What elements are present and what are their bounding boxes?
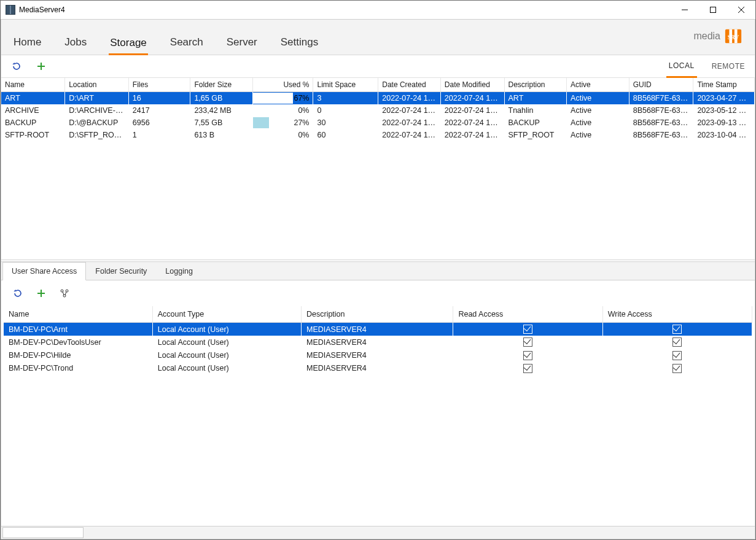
minimize-button[interactable]	[671, 1, 699, 19]
storage-col-header[interactable]: Folder Size	[190, 78, 253, 92]
brand-icon: SRV	[724, 27, 742, 45]
nav-jobs[interactable]: Jobs	[63, 33, 88, 55]
checkbox-icon[interactable]	[523, 351, 532, 360]
brand-prefix: media	[693, 31, 720, 42]
storage-toolbar: LOCAL REMOTE	[1, 55, 755, 78]
storage-col-header[interactable]: Location	[65, 78, 129, 92]
nodes-icon	[60, 288, 69, 298]
storage-col-header[interactable]: GUID	[629, 78, 693, 92]
user-row[interactable]: BM-DEV-PC\DevToolsUserLocal Account (Use…	[4, 336, 752, 349]
user-col-header[interactable]: Read Access	[453, 306, 602, 323]
user-col-header[interactable]: Account Type	[152, 306, 301, 323]
user-edit-button[interactable]	[57, 285, 72, 301]
maximize-button[interactable]	[699, 1, 727, 19]
storage-col-header[interactable]: Files	[128, 78, 190, 92]
nav-storage[interactable]: Storage	[109, 33, 148, 55]
storage-col-header[interactable]: Active	[567, 78, 629, 92]
user-grid[interactable]: NameAccount TypeDescriptionRead AccessWr…	[1, 306, 755, 526]
user-col-header[interactable]: Name	[4, 306, 152, 323]
storage-col-header[interactable]: Used %	[253, 78, 313, 92]
storage-grid[interactable]: NameLocationFilesFolder SizeUsed %Limit …	[1, 78, 755, 260]
refresh-icon	[12, 61, 21, 71]
nav-settings[interactable]: Settings	[279, 33, 319, 55]
app-window: MediaServer4 Home Jobs Storage Search Se…	[0, 0, 756, 540]
subtab-local[interactable]: LOCAL	[666, 55, 697, 78]
storage-col-header[interactable]: Date Created	[378, 78, 441, 92]
user-row[interactable]: BM-DEV-PC\ArntLocal Account (User)MEDIAS…	[4, 323, 752, 336]
checkbox-icon[interactable]	[523, 338, 532, 347]
brand-logo: media SRV	[693, 27, 742, 45]
tab-user-share-access[interactable]: User Share Access	[2, 262, 86, 280]
storage-row[interactable]: BACKUPD:\@BACKUP69567,55 GB27%302022-07-…	[1, 117, 755, 129]
svg-text:SRV: SRV	[728, 34, 739, 40]
nav-home[interactable]: Home	[12, 33, 42, 55]
user-add-button[interactable]	[33, 285, 49, 301]
main-nav: Home Jobs Storage Search Server Settings…	[1, 20, 755, 55]
checkbox-icon[interactable]	[523, 325, 532, 334]
checkbox-icon[interactable]	[672, 364, 682, 373]
storage-col-header[interactable]: Name	[1, 78, 65, 92]
storage-col-header[interactable]: Description	[504, 78, 567, 92]
storage-row[interactable]: SFTP-ROOTD:\SFTP_ROOT1613 B0%602022-07-2…	[1, 129, 755, 141]
user-row[interactable]: BM-DEV-PC\TrondLocal Account (User)MEDIA…	[4, 362, 752, 375]
storage-row[interactable]: ARCHIVED:\ARCHIVE-ST...2417233,42 MB0%02…	[1, 104, 755, 117]
user-col-header[interactable]: Write Access	[602, 306, 752, 323]
tab-folder-security[interactable]: Folder Security	[86, 262, 156, 280]
storage-col-header[interactable]: Date Modified	[440, 78, 504, 92]
window-title: MediaServer4	[19, 6, 65, 14]
plus-icon	[36, 61, 46, 71]
storage-row[interactable]: ARTD:\ART161,65 GB67%32022-07-24 18:...2…	[1, 92, 755, 105]
checkbox-icon[interactable]	[672, 325, 682, 334]
nav-server[interactable]: Server	[225, 33, 259, 55]
refresh-icon	[13, 288, 23, 298]
content-area: LOCAL REMOTE NameLocationFilesFolder Siz…	[1, 55, 755, 526]
refresh-button[interactable]	[9, 58, 25, 74]
user-col-header[interactable]: Description	[302, 306, 453, 323]
subtab-remote[interactable]: REMOTE	[709, 55, 747, 77]
status-bar	[1, 526, 755, 539]
user-refresh-button[interactable]	[10, 285, 26, 301]
checkbox-icon[interactable]	[523, 364, 532, 373]
user-row[interactable]: BM-DEV-PC\HildeLocal Account (User)MEDIA…	[4, 349, 752, 361]
bottom-tabs: User Share Access Folder Security Loggin…	[1, 262, 755, 280]
storage-col-header[interactable]: Time Stamp	[693, 78, 755, 92]
add-button[interactable]	[33, 58, 49, 74]
tab-logging[interactable]: Logging	[156, 262, 202, 280]
user-toolbar	[1, 280, 755, 306]
checkbox-icon[interactable]	[672, 351, 682, 360]
app-icon	[6, 5, 15, 15]
nav-search[interactable]: Search	[169, 33, 205, 55]
app-frame: Home Jobs Storage Search Server Settings…	[1, 19, 755, 539]
storage-col-header[interactable]: Limit Space	[313, 78, 378, 92]
bottom-panel: User Share Access Folder Security Loggin…	[1, 261, 755, 526]
close-button[interactable]	[727, 1, 755, 19]
status-segment	[2, 527, 84, 538]
title-bar: MediaServer4	[1, 1, 755, 20]
plus-icon	[36, 288, 46, 298]
checkbox-icon[interactable]	[672, 338, 682, 347]
svg-rect-1	[711, 7, 716, 13]
